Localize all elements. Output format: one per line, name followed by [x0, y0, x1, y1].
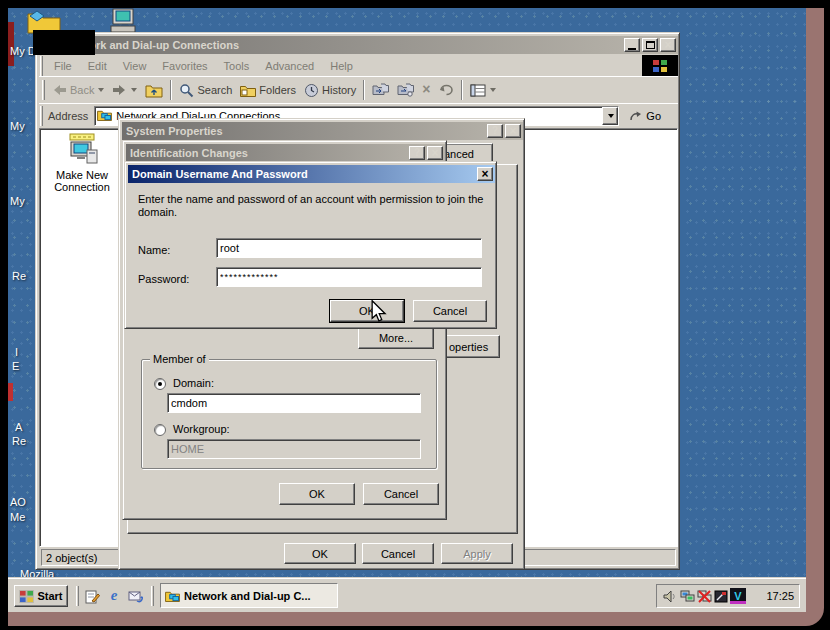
make-new-connection-item[interactable]: Make New Connection [44, 133, 120, 193]
member-of-group: Member of Domain: Workgroup: [141, 359, 437, 469]
domain-radio[interactable] [154, 378, 166, 390]
clock[interactable]: 17:25 [766, 590, 794, 602]
forward-caret-icon[interactable] [131, 88, 137, 92]
views-icon [470, 84, 486, 97]
taskbar-grip[interactable] [151, 586, 154, 606]
show-desktop-icon[interactable] [84, 588, 100, 604]
domain-cancel-button[interactable]: Cancel [413, 300, 487, 322]
close-button[interactable]: × [427, 146, 443, 160]
menu-help[interactable]: Help [322, 60, 361, 72]
properties-button-fragment[interactable]: operties [446, 335, 500, 358]
close-button[interactable]: × [505, 124, 521, 138]
make-new-connection-icon [65, 133, 99, 167]
views-button[interactable] [466, 82, 500, 99]
window-titlebar[interactable]: Network and Dial-up Connections × [39, 36, 678, 54]
views-caret-icon[interactable] [490, 88, 496, 92]
menu-favorites[interactable]: Favorites [154, 60, 215, 72]
desktop-icon-label[interactable]: I [15, 346, 18, 358]
v-utility-tray-icon[interactable]: V [730, 588, 746, 604]
sysprops-ok-button[interactable]: OK [284, 543, 356, 564]
copy-to-button[interactable] [393, 81, 418, 99]
desktop-icon-label[interactable]: My [10, 195, 25, 207]
workgroup-radio[interactable] [154, 424, 166, 436]
input-device-tray-icon[interactable] [713, 588, 729, 604]
desktop-icon-label[interactable]: E [12, 360, 19, 372]
desktop-icon-label[interactable]: My D [10, 45, 36, 57]
back-caret-icon[interactable] [98, 88, 104, 92]
address-grip[interactable] [40, 106, 43, 126]
menu-tools[interactable]: Tools [216, 60, 258, 72]
up-folder-icon [145, 83, 163, 98]
identification-ok-button[interactable]: OK [279, 483, 355, 505]
domain-dialog-titlebar[interactable]: Domain Username And Password × [128, 165, 495, 183]
domain-input[interactable] [167, 393, 421, 413]
close-button[interactable]: × [660, 38, 676, 52]
workgroup-input [167, 439, 421, 459]
back-arrow-icon [52, 84, 67, 96]
minimize-button[interactable] [624, 38, 640, 52]
identification-cancel-button[interactable]: Cancel [363, 483, 439, 505]
identification-changes-titlebar[interactable]: Identification Changes ? × [126, 144, 445, 162]
search-button[interactable]: Search [175, 81, 236, 100]
desktop-icon-label[interactable]: AO [10, 496, 26, 508]
desktop: My D My My Re I E A Re AO Me Mozilla Net… [8, 8, 806, 612]
password-input[interactable] [216, 267, 482, 287]
delete-button[interactable]: × [418, 81, 434, 99]
workgroup-radio-label[interactable]: Workgroup: [173, 423, 230, 435]
go-button[interactable]: Go [625, 108, 665, 124]
toolbar-separator [461, 80, 463, 100]
name-input[interactable] [216, 238, 482, 258]
volume-icon[interactable] [662, 588, 678, 604]
more-button[interactable]: More... [358, 327, 434, 349]
folders-button[interactable]: Folders [236, 82, 300, 99]
password-label: Password: [138, 273, 189, 285]
status-text: 2 object(s) [46, 552, 97, 564]
network-tray-icon[interactable] [679, 588, 695, 604]
system-properties-titlebar[interactable]: System Properties ? × [122, 122, 523, 140]
back-button[interactable]: Back [48, 82, 108, 98]
up-button[interactable] [141, 81, 167, 100]
history-button[interactable]: History [300, 81, 360, 100]
close-button[interactable]: × [477, 167, 493, 181]
toolbar-separator [363, 80, 365, 100]
sysprops-cancel-button[interactable]: Cancel [362, 543, 434, 564]
sysprops-apply-button[interactable]: Apply [441, 543, 513, 564]
domain-dialog-title: Domain Username And Password [132, 168, 475, 180]
toolbar-grip[interactable] [42, 80, 45, 100]
desktop-icon-label[interactable]: Me [10, 511, 25, 523]
network-disconnected-icon[interactable] [696, 588, 712, 604]
menu-advanced[interactable]: Advanced [257, 60, 322, 72]
address-dropdown-button[interactable] [602, 107, 618, 125]
menu-edit[interactable]: Edit [80, 60, 115, 72]
desktop-icon-label[interactable]: My [10, 120, 25, 132]
taskbar-grip[interactable] [76, 586, 79, 606]
forward-button[interactable] [108, 82, 141, 98]
network-connections-icon [165, 590, 180, 602]
domain-radio-label[interactable]: Domain: [173, 377, 214, 389]
help-button[interactable]: ? [409, 146, 425, 160]
internet-explorer-icon[interactable]: e [106, 587, 122, 603]
menu-grip[interactable] [40, 56, 43, 76]
menu-file[interactable]: File [46, 60, 80, 72]
desktop-icon-label[interactable]: Re [12, 270, 26, 282]
taskbar-task-button[interactable]: Network and Dial-up C... [160, 583, 338, 608]
search-icon [179, 83, 194, 98]
desktop-icon-label[interactable]: Re [12, 435, 26, 447]
redraw-artifact [33, 30, 95, 55]
start-button[interactable]: Start [14, 585, 68, 607]
member-of-label: Member of [150, 353, 209, 365]
my-computer-icon[interactable] [108, 8, 138, 34]
desktop-icon-label[interactable]: A [15, 421, 22, 433]
outlook-express-icon[interactable] [128, 588, 144, 604]
menu-view[interactable]: View [115, 60, 155, 72]
domain-ok-button[interactable]: OK [330, 300, 404, 322]
windows-logo-icon [642, 55, 678, 76]
help-button[interactable]: ? [487, 124, 503, 138]
window-title: Network and Dial-up Connections [63, 39, 622, 51]
undo-button[interactable] [434, 82, 458, 99]
move-to-icon [372, 83, 389, 97]
undo-icon [438, 84, 454, 97]
domain-dialog-message: Enter the name and password of an accoun… [138, 193, 488, 219]
maximize-button[interactable] [642, 38, 658, 52]
move-to-button[interactable] [368, 81, 393, 99]
